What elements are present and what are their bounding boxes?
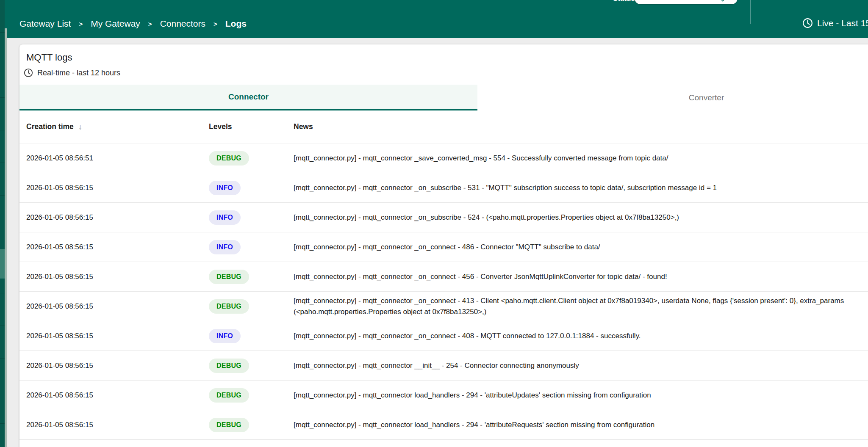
log-tabs: Connector Converter [19,85,868,110]
column-header-levels: Levels [209,122,294,131]
log-message-cell: [mqtt_connector.py] - mqtt_connector _on… [294,292,868,321]
log-level-badge: DEBUG [209,388,249,403]
status-dropdown[interactable] [635,0,738,4]
table-row: 2026-01-05 08:56:51 DEBUG [mqtt_connecto… [19,143,868,173]
breadcrumb-separator: > [148,20,152,28]
clock-icon [23,68,33,78]
breadcrumb-item-gateway-list[interactable]: Gateway List [19,19,71,29]
left-scrollbar[interactable] [5,28,7,447]
log-time-cell: 2026-01-05 08:56:15 [19,273,209,281]
table-row: 2026-01-05 08:56:15 DEBUG [mqtt_connecto… [19,410,868,440]
log-level-badge: DEBUG [209,270,249,284]
log-message-cell: [mqtt_connector.py] - mqtt_connector __i… [294,357,868,375]
column-header-news: News [294,122,868,131]
logs-card: MQTT logs Real-time - last 12 hours Conn… [19,44,868,447]
breadcrumb-item-logs: Logs [225,19,247,29]
log-level-badge: INFO [209,181,241,195]
log-time-cell: 2026-01-05 08:56:15 [19,213,209,222]
status-label: Status [613,0,635,3]
timewindow-button[interactable]: Live - Last 15 [802,17,868,29]
sort-descending-icon: ↓ [78,122,83,132]
table-row: 2026-01-05 08:56:15 INFO [mqtt_connector… [19,321,868,351]
table-row: 2026-01-05 08:56:15 INFO [mqtt_connector… [19,232,868,262]
toolbar-divider [750,0,751,24]
table-row: 2026-01-05 08:56:15 DEBUG [mqtt_connecto… [19,262,868,292]
log-level-badge: DEBUG [209,418,249,432]
breadcrumb: Gateway List>My Gateway>Connectors>Logs [19,11,247,36]
table-row: 2026-01-05 08:56:15 DEBUG [mqtt_connecto… [19,381,868,410]
card-title: MQTT logs [26,52,72,63]
log-message-cell: [mqtt_connector.py] - mqtt_connector loa… [294,386,868,404]
log-level-badge: DEBUG [209,359,249,373]
log-time-cell: 2026-01-05 08:56:15 [19,421,209,429]
chevron-down-icon [720,0,726,3]
tab-connector[interactable]: Connector [19,85,477,110]
table-row: 2026-01-05 08:56:15 DEBUG [mqtt_connecto… [19,292,868,321]
log-level-badge: INFO [209,210,241,225]
log-level-badge: DEBUG [209,151,249,166]
log-time-cell: 2026-01-05 08:56:15 [19,361,209,370]
log-level-badge: INFO [209,329,241,343]
tab-connector-label: Connector [228,92,269,102]
timewindow-label: Live - Last 15 [817,18,868,28]
log-message-cell: [mqtt_connector.py] - mqtt_connector loa… [294,416,868,434]
log-time-cell: 2026-01-05 08:56:15 [19,184,209,192]
card-subtitle: Real-time - last 12 hours [23,68,120,78]
log-level-badge: INFO [209,240,241,254]
clock-icon [802,17,813,29]
log-time-cell: 2026-01-05 08:56:15 [19,302,209,311]
log-message-cell: [mqtt_connector.py] - mqtt_connector _on… [294,209,868,226]
log-time-cell: 2026-01-05 08:56:15 [19,391,209,400]
log-message-cell: [mqtt_connector.py] - mqtt_connector _on… [294,268,868,286]
log-table-body: 2026-01-05 08:56:51 DEBUG [mqtt_connecto… [19,143,868,440]
breadcrumb-item-connectors[interactable]: Connectors [160,19,205,29]
breadcrumb-separator: > [214,20,217,28]
log-time-cell: 2026-01-05 08:56:15 [19,332,209,340]
tab-converter[interactable]: Converter [477,85,868,110]
tab-converter-label: Converter [689,93,724,102]
card-subtitle-label: Real-time - last 12 hours [37,69,120,77]
top-toolbar: Status Gateway List>My Gateway>Connector… [0,0,868,38]
table-row: 2026-01-05 08:56:15 DEBUG [mqtt_connecto… [19,351,868,381]
left-scrollbar-thumb[interactable] [0,249,5,279]
breadcrumb-item-my-gateway[interactable]: My Gateway [91,19,140,29]
log-message-cell: [mqtt_connector.py] - mqtt_connector _on… [294,327,868,345]
log-message-cell: [mqtt_connector.py] - mqtt_connector _on… [294,238,868,256]
column-header-creation-time[interactable]: Creation time ↓ [19,122,209,132]
log-message-cell: [mqtt_connector.py] - mqtt_connector _on… [294,179,868,197]
log-time-cell: 2026-01-05 08:56:51 [19,154,209,163]
log-level-badge: DEBUG [209,299,249,314]
table-row: 2026-01-05 08:56:15 INFO [mqtt_connector… [19,173,868,203]
table-row: 2026-01-05 08:56:15 INFO [mqtt_connector… [19,203,868,232]
breadcrumb-separator: > [79,20,83,28]
log-table-header: Creation time ↓ Levels News [19,110,868,143]
log-message-cell: [mqtt_connector.py] - mqtt_connector _sa… [294,149,868,167]
log-time-cell: 2026-01-05 08:56:15 [19,243,209,251]
dashboard-screen: Status Gateway List>My Gateway>Connector… [0,0,868,447]
left-scrollbar-track [0,0,5,447]
